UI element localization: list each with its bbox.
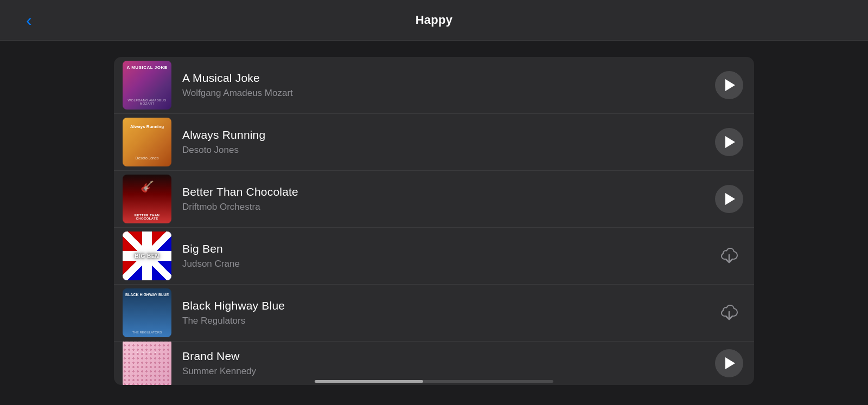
download-cloud-icon [719, 247, 739, 265]
play-icon [725, 357, 735, 369]
playlist-container: A Musical Joke Wolfgang Amadeus Mozart A… [114, 57, 754, 385]
back-button[interactable]: ‹ [22, 7, 36, 33]
song-artist: Summer Kennedy [182, 366, 704, 377]
song-info: Big Ben Judson Crane [182, 242, 704, 269]
scroll-indicator [315, 380, 553, 383]
album-art-text: BETTER THANCHOCOLATE [124, 214, 170, 220]
list-item: Brand New Summer Kennedy [114, 342, 754, 385]
play-button[interactable] [715, 185, 743, 213]
page-title: Happy [416, 13, 453, 27]
main-content: A Musical Joke Wolfgang Amadeus Mozart A… [0, 41, 868, 405]
album-art-better-than-chocolate: BETTER THANCHOCOLATE 🎸 [123, 175, 171, 223]
album-art-musical-joke [123, 61, 171, 110]
play-button[interactable] [715, 128, 743, 156]
song-artist: Wolfgang Amadeus Mozart [182, 88, 704, 99]
play-icon [725, 193, 735, 205]
song-artist: Driftmob Orchestra [182, 202, 704, 213]
play-button[interactable] [715, 71, 743, 99]
song-info: Black Highway Blue The Regulators [182, 299, 704, 326]
song-info: Brand New Summer Kennedy [182, 350, 704, 377]
album-art-black-highway-blue [123, 288, 171, 337]
song-title: Black Highway Blue [182, 299, 704, 312]
song-artist: Desoto Jones [182, 145, 704, 156]
song-title: Big Ben [182, 242, 704, 255]
song-info: Always Running Desoto Jones [182, 128, 704, 156]
play-icon [725, 136, 735, 148]
download-button[interactable] [715, 242, 743, 270]
scroll-thumb [315, 380, 423, 383]
play-button[interactable] [715, 349, 743, 377]
song-info: A Musical Joke Wolfgang Amadeus Mozart [182, 72, 704, 99]
back-chevron-icon: ‹ [26, 11, 32, 29]
album-art-always-running [123, 118, 171, 166]
song-info: Better Than Chocolate Driftmob Orchestra [182, 185, 704, 213]
song-title: Brand New [182, 350, 704, 363]
song-artist: The Regulators [182, 316, 704, 326]
dot-pattern [123, 342, 171, 385]
album-art-big-ben: BIG BEN [123, 232, 171, 280]
header: ‹ Happy [0, 0, 868, 41]
song-artist: Judson Crane [182, 259, 704, 269]
play-icon [725, 79, 735, 91]
decorative-text: 🎸 [123, 180, 171, 193]
list-item: Black Highway Blue The Regulators [114, 285, 754, 342]
download-cloud-icon [719, 304, 739, 322]
big-ben-label: BIG BEN [135, 253, 159, 259]
song-title: Better Than Chocolate [182, 185, 704, 198]
list-item: A Musical Joke Wolfgang Amadeus Mozart [114, 57, 754, 114]
song-title: A Musical Joke [182, 72, 704, 85]
download-button[interactable] [715, 299, 743, 327]
list-item: BETTER THANCHOCOLATE 🎸 Better Than Choco… [114, 171, 754, 228]
song-title: Always Running [182, 128, 704, 142]
list-item: Always Running Desoto Jones [114, 114, 754, 171]
album-art-brand-new [123, 342, 171, 385]
list-item: BIG BEN Big Ben Judson Crane [114, 228, 754, 285]
